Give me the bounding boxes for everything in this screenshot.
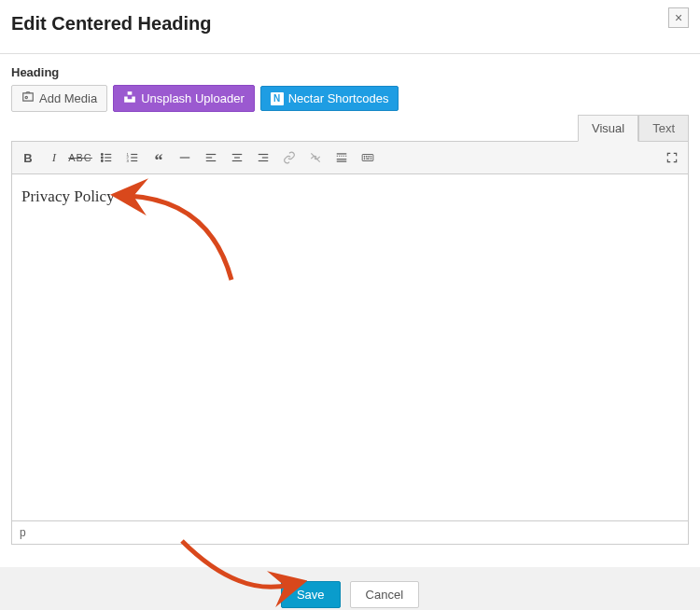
- unsplash-button[interactable]: Unsplash Uploader: [113, 85, 255, 112]
- unsplash-icon: [123, 90, 136, 106]
- blockquote-icon[interactable]: “: [147, 148, 171, 173]
- modal-header: Edit Centered Heading ×: [0, 0, 700, 54]
- editor-tabs: Visual Text: [11, 114, 689, 141]
- svg-point-31: [366, 156, 367, 157]
- svg-rect-29: [362, 155, 373, 161]
- align-right-icon[interactable]: [251, 146, 275, 170]
- save-button[interactable]: Save: [281, 581, 341, 608]
- tab-visual[interactable]: Visual: [578, 115, 638, 142]
- cancel-button[interactable]: Cancel: [350, 581, 419, 608]
- content-editor[interactable]: Privacy Policy: [11, 174, 689, 521]
- editor-content: Privacy Policy: [21, 187, 115, 205]
- nectar-button[interactable]: N Nectar Shortcodes: [260, 86, 399, 111]
- numbered-list-icon[interactable]: 123: [120, 146, 145, 170]
- align-left-icon[interactable]: [199, 146, 223, 170]
- svg-point-32: [369, 156, 370, 157]
- media-icon: [21, 90, 35, 106]
- media-button-row: Add Media Unsplash Uploader N Nectar Sho…: [11, 85, 689, 112]
- keyboard-icon[interactable]: [356, 146, 380, 170]
- svg-point-4: [101, 157, 103, 159]
- editor-toolbar: B I ABC 123 “: [11, 141, 689, 174]
- more-icon[interactable]: [329, 146, 354, 170]
- align-center-icon[interactable]: [225, 146, 249, 170]
- link-icon[interactable]: [277, 146, 301, 170]
- nectar-icon: N: [271, 92, 284, 105]
- unsplash-label: Unsplash Uploader: [141, 91, 245, 105]
- close-button[interactable]: ×: [668, 7, 689, 28]
- svg-text:3: 3: [127, 159, 130, 163]
- svg-rect-1: [128, 91, 133, 95]
- editor-status-bar: p: [11, 521, 689, 545]
- modal-footer: Save Cancel: [0, 567, 700, 610]
- bullet-list-icon[interactable]: [94, 146, 119, 170]
- svg-point-30: [364, 156, 365, 157]
- svg-point-33: [371, 156, 371, 157]
- section-label: Heading: [11, 65, 689, 79]
- add-media-label: Add Media: [39, 91, 97, 105]
- add-media-button[interactable]: Add Media: [11, 85, 107, 112]
- svg-point-34: [364, 159, 365, 159]
- nectar-label: Nectar Shortcodes: [288, 91, 389, 105]
- fullscreen-icon[interactable]: [660, 146, 684, 170]
- modal-title: Edit Centered Heading: [11, 13, 689, 35]
- svg-point-2: [101, 154, 103, 156]
- strikethrough-icon[interactable]: ABC: [68, 146, 92, 170]
- hr-icon[interactable]: [173, 146, 197, 170]
- unlink-icon[interactable]: [303, 146, 328, 170]
- svg-point-0: [25, 96, 27, 98]
- modal-body: Heading Add Media Unsplash Uploader N Ne…: [0, 54, 700, 556]
- italic-icon[interactable]: I: [42, 146, 66, 170]
- svg-point-36: [371, 159, 371, 159]
- svg-point-6: [101, 160, 103, 162]
- tab-text[interactable]: Text: [638, 115, 689, 142]
- bold-icon[interactable]: B: [16, 146, 40, 170]
